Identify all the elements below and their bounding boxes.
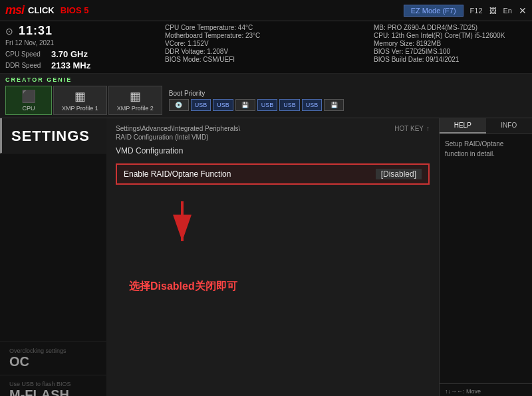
setting-row-raid[interactable]: Enable RAID/Optane Function [Disabled] [116,163,430,185]
boot-item-2[interactable]: USB [191,99,211,111]
mb-model: MB: PRO Z690-A DDR4(MS-7D25) [374,24,527,31]
sub-breadcrumb: RAID Configuration (Intel VMD) [116,134,430,141]
setting-value-raid: [Disabled] [376,169,422,179]
top-icons: F12 🖼 En ✕ [470,5,527,16]
genie-content: ⬛ CPU ▦ XMP Profile 1 ▦ XMP Profile 2 Bo… [5,86,527,115]
time-display: 11:31 [19,24,53,38]
help-content: Setup RAID/Optane function in detail. [440,134,532,383]
ddr-speed-label: DDR Speed [5,62,49,69]
breadcrumb: Settings\Advanced\Integrated Peripherals… [116,125,430,132]
ez-mode-button[interactable]: EZ Mode (F7) [404,5,464,17]
mflash-label: M-FLASH [9,387,97,396]
vcore: VCore: 1.152V [165,40,360,47]
genie-tab-xmp1[interactable]: ▦ XMP Profile 1 [53,86,107,115]
close-button[interactable]: ✕ [519,5,527,16]
help-footer-move: ↑↓→←: Move [445,388,527,395]
top-bar: msi CLICK BIOS 5 EZ Mode (F7) F12 🖼 En ✕ [0,0,532,21]
boot-item-3[interactable]: USB [213,99,233,111]
xmp1-tab-icon: ▦ [74,89,86,104]
center-content: Settings\Advanced\Integrated Peripherals… [106,118,439,396]
boot-item-4[interactable]: 💾 [235,99,255,111]
down-arrow-icon [156,198,209,251]
f12-icon[interactable]: F12 [470,7,483,15]
xmp2-tab-icon: ▦ [130,89,141,104]
main-area: SETTINGS Overclocking settings OC Use US… [0,118,532,396]
hotkey-area: HOT KEY ↑ [394,125,430,132]
bios5-text: BIOS 5 [61,5,89,15]
oc-sublabel: Overclocking settings [9,347,97,354]
memory-size: Memory Size: 8192MB [374,40,527,47]
ddr-speed-value: 2133 MHz [51,60,90,70]
boot-priority-section: Boot Priority 💿 USB USB 💾 USB USB USB 💾 [169,90,527,111]
boot-item-8[interactable]: 💾 [324,99,344,111]
sidebar-item-settings[interactable]: SETTINGS [0,118,106,153]
oc-label: OC [9,354,97,369]
cpu-speed-value: 3.70 GHz [51,49,88,59]
creator-genie-bar: CREATOR GENIE ⬛ CPU ▦ XMP Profile 1 ▦ XM… [0,74,532,118]
speed-info: CPU Speed 3.70 GHz DDR Speed 2133 MHz [5,49,152,70]
mflash-sublabel: Use USB to flash BIOS [9,381,97,387]
click-text: CLICK [28,5,55,15]
mb-temp: Motherboard Temperature: 23°C [165,32,360,39]
xmp1-tab-label: XMP Profile 1 [62,105,98,112]
xmp2-tab-label: XMP Profile 2 [117,105,154,112]
genie-tab-cpu[interactable]: ⬛ CPU [5,86,52,115]
boot-item-5[interactable]: USB [257,99,278,111]
status-bar: ⊙ 11:31 Fri 12 Nov, 2021 CPU Speed 3.70 … [0,21,532,74]
tab-help[interactable]: HELP [440,118,486,134]
clock-icon: ⊙ [5,26,13,37]
bios-mode: BIOS Mode: CSM/UEFI [165,56,360,63]
hotkey-icon: ↑ [426,125,430,132]
cpu-speed-label: CPU Speed [5,50,49,58]
sys-info: CPU Core Temperature: 44°C Motherboard T… [165,24,360,63]
genie-tab-xmp2[interactable]: ▦ XMP Profile 2 [108,86,162,115]
brand-label: CLICK BIOS 5 [28,5,88,15]
genie-tabs: ⬛ CPU ▦ XMP Profile 1 ▦ XMP Profile 2 [5,86,162,115]
boot-item-1[interactable]: 💿 [169,99,189,111]
annotation-text: 选择Disabled关闭即可 [129,280,430,294]
screenshot-icon[interactable]: 🖼 [489,7,497,15]
setting-name-raid: Enable RAID/Optane Function [124,169,376,179]
time-section: ⊙ 11:31 Fri 12 Nov, 2021 CPU Speed 3.70 … [5,24,152,70]
help-tabs: HELP INFO [440,118,532,134]
right-panel: HELP INFO Setup RAID/Optane function in … [439,118,532,396]
mb-info: MB: PRO Z690-A DDR4(MS-7D25) CPU: 12th G… [374,24,527,63]
cpu-model: CPU: 12th Gen Intel(R) Core(TM) i5-12600… [374,32,527,39]
bios-ver: BIOS Ver: E7D25IMS.100 [374,48,527,55]
msi-logo: msi [5,3,24,17]
settings-label: SETTINGS [11,128,97,145]
language-button[interactable]: En [503,7,512,15]
cpu-temp: CPU Core Temperature: 44°C [165,24,360,31]
section-title: VMD Configuration [116,146,430,155]
left-sidebar: SETTINGS Overclocking settings OC Use US… [0,118,106,396]
sidebar-item-oc[interactable]: Overclocking settings OC [0,342,106,375]
sidebar-item-mflash[interactable]: Use USB to flash BIOS M-FLASH [0,375,106,396]
boot-item-6[interactable]: USB [279,99,300,111]
arrow-container [156,198,430,253]
boot-priority-label: Boot Priority [169,90,527,97]
ddr-voltage: DDR Voltage: 1.208V [165,48,360,55]
date-display: Fri 12 Nov, 2021 [5,39,152,47]
hotkey-label: HOT KEY [394,125,424,132]
help-footer: ↑↓→←: Move Enter: Select [440,383,532,396]
boot-item-7[interactable]: USB [302,99,323,111]
tab-info[interactable]: INFO [486,118,533,134]
cpu-tab-icon: ⬛ [21,89,36,104]
boot-priority-items: 💿 USB USB 💾 USB USB USB 💾 [169,99,527,111]
cpu-tab-label: CPU [22,105,35,112]
bios-date: BIOS Build Date: 09/14/2021 [374,56,527,63]
sidebar-spacer [0,153,106,342]
creator-genie-label: CREATOR GENIE [5,76,527,83]
